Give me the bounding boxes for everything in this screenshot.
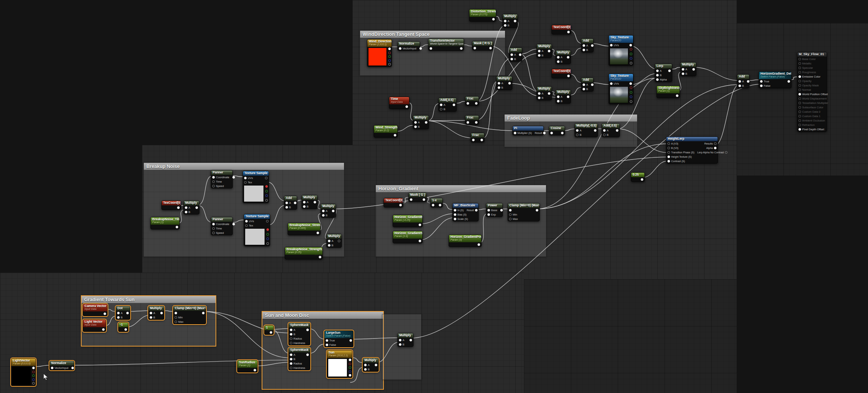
pin[interactable] (117, 316, 120, 319)
node-wind-direction[interactable]: Wind_DirectionParam (1,0,0,1) (367, 39, 392, 67)
pin[interactable] (399, 204, 402, 206)
pin[interactable] (467, 102, 469, 105)
pin[interactable] (682, 72, 684, 75)
pin[interactable] (714, 142, 717, 145)
pin[interactable] (375, 364, 377, 366)
pin[interactable] (388, 48, 391, 50)
pin[interactable] (349, 374, 351, 377)
pin[interactable] (557, 60, 560, 63)
node-horizongradient-debug[interactable]: HorizonGradient_DebugSwitch Param (False… (759, 71, 792, 88)
pin[interactable] (603, 129, 606, 132)
pin[interactable] (498, 82, 500, 85)
node-mask-r-g[interactable]: Mask ( R G ) (472, 41, 493, 50)
pin[interactable] (265, 185, 268, 188)
pin[interactable] (798, 119, 801, 122)
pin[interactable] (667, 160, 670, 162)
pin[interactable] (667, 147, 670, 149)
pin[interactable] (290, 342, 292, 344)
pin[interactable] (567, 56, 569, 59)
pin[interactable] (509, 213, 512, 216)
pin[interactable] (232, 223, 235, 225)
pin[interactable] (548, 92, 550, 95)
pin[interactable] (747, 80, 749, 83)
pin[interactable] (265, 190, 268, 192)
pin[interactable] (303, 201, 306, 203)
pin[interactable] (265, 199, 268, 202)
pin[interactable] (394, 134, 396, 136)
node-light-vector[interactable]: Light VectorInput Data (83, 319, 106, 332)
node-1-x[interactable]: 1-x (430, 198, 443, 207)
node-spheremask[interactable]: SphereMaskABRadiusHardness (288, 323, 310, 345)
pin[interactable] (656, 78, 659, 81)
pin[interactable] (514, 132, 516, 134)
pin[interactable] (266, 220, 269, 222)
node-texcoord-0[interactable]: TexCoord[0] (384, 198, 403, 207)
node-multiply[interactable]: MultiplyAB (397, 333, 414, 347)
node-sunradius[interactable]: SunRadiusParam (1) (237, 360, 258, 373)
pin[interactable] (454, 213, 456, 216)
pin[interactable] (244, 177, 247, 179)
pin[interactable] (175, 316, 177, 319)
pin[interactable] (419, 47, 422, 50)
pin[interactable] (550, 132, 553, 134)
pin[interactable] (405, 105, 408, 108)
pin[interactable] (439, 204, 441, 206)
pin[interactable] (410, 198, 412, 201)
pin[interactable] (567, 75, 570, 77)
pin[interactable] (338, 240, 340, 242)
pin[interactable] (583, 49, 585, 51)
pin[interactable] (630, 86, 632, 89)
pin[interactable] (538, 54, 540, 57)
pin[interactable] (667, 151, 670, 154)
pin[interactable] (232, 176, 235, 179)
pin[interactable] (270, 331, 272, 334)
pin[interactable] (150, 312, 152, 314)
node-horizon-gradientpower[interactable]: Horizon_GradientPowerParam (3) (449, 235, 482, 247)
pin[interactable] (314, 201, 316, 203)
node-horizon-gradientbias[interactable]: Horizon_GradientBiasParam (-0.25) (393, 215, 423, 227)
pin[interactable] (71, 367, 74, 369)
pin[interactable] (629, 82, 632, 85)
pin[interactable] (399, 339, 401, 341)
pin[interactable] (290, 358, 292, 360)
pin[interactable] (538, 97, 540, 99)
pin[interactable] (432, 204, 434, 206)
pin[interactable] (760, 80, 763, 83)
node-multiply[interactable]: MultiplyAB (302, 195, 318, 209)
pin[interactable] (285, 202, 288, 204)
pin[interactable] (349, 359, 351, 361)
pin[interactable] (104, 312, 106, 315)
pin[interactable] (798, 89, 801, 91)
graph-panel-bottom-right[interactable] (524, 279, 737, 393)
pin[interactable] (317, 232, 319, 234)
pin[interactable] (306, 353, 309, 356)
pin[interactable] (212, 176, 215, 179)
pin[interactable] (576, 129, 579, 132)
pin[interactable] (798, 71, 801, 74)
pin[interactable] (32, 371, 35, 373)
pin[interactable] (472, 139, 475, 141)
pin[interactable] (326, 344, 328, 346)
pin[interactable] (388, 55, 391, 58)
pin[interactable] (787, 80, 790, 83)
node-frac[interactable]: Frac (471, 133, 484, 142)
pin[interactable] (440, 104, 442, 106)
pin[interactable] (290, 337, 292, 340)
node-add[interactable]: AddAB (581, 78, 594, 91)
pin[interactable] (798, 62, 801, 65)
pin[interactable] (548, 50, 550, 52)
pin[interactable] (489, 47, 492, 49)
pin[interactable] (349, 363, 351, 365)
pin[interactable] (714, 147, 717, 149)
node-mask-g[interactable]: Mask ( G ) (408, 192, 427, 202)
pin[interactable] (682, 68, 684, 71)
pin[interactable] (326, 339, 328, 342)
pin[interactable] (364, 368, 367, 371)
pin[interactable] (266, 237, 269, 240)
pin[interactable] (349, 366, 351, 369)
pin[interactable] (388, 63, 391, 66)
node-panner[interactable]: PannerCoordinateTimeSpeed (211, 170, 233, 188)
pin[interactable] (594, 129, 596, 132)
node-multiply[interactable]: MultiplyAB (555, 90, 571, 104)
node-clamp-min-0-max-1[interactable]: Clamp (Min=0) (Max=1)MinMax (173, 306, 206, 324)
